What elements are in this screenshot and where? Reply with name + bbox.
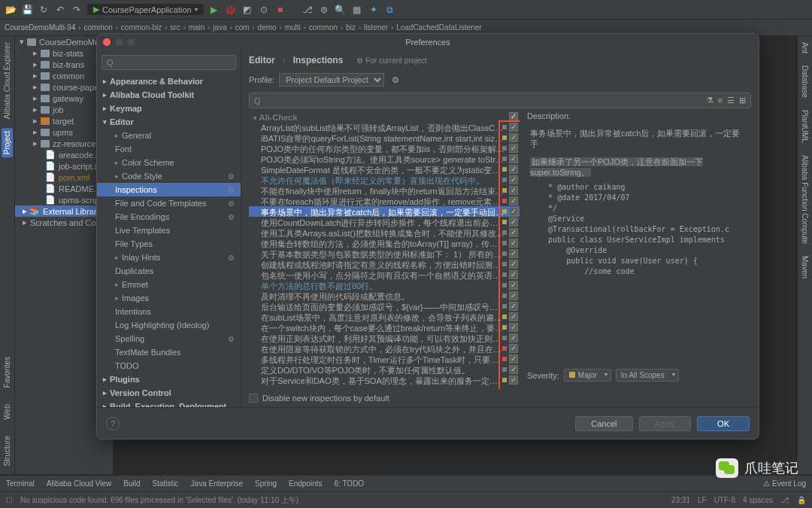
category-item[interactable]: TODO bbox=[97, 359, 241, 373]
category-item[interactable]: File and Code Templates⚙ bbox=[97, 196, 241, 210]
help-icon[interactable]: ? bbox=[106, 417, 120, 430]
checkbox[interactable] bbox=[509, 154, 518, 163]
inspection-item[interactable]: 不要在foreach循环里进行元素的remove/add操作，remove元素请… bbox=[249, 196, 520, 206]
checkbox[interactable] bbox=[509, 302, 518, 311]
bottom-tab[interactable]: Statistic bbox=[153, 479, 179, 488]
expand-icon[interactable]: ≡ bbox=[718, 96, 723, 105]
event-log-tab[interactable]: ⚠ Event Log bbox=[763, 479, 806, 488]
category-item[interactable]: Build, Execution, Deployment bbox=[97, 400, 241, 407]
debug-icon[interactable]: 🐞 bbox=[225, 4, 237, 16]
category-item[interactable]: Editor bbox=[97, 115, 241, 129]
inspection-item[interactable]: 单个方法的总行数不超过80行。 bbox=[249, 280, 520, 291]
filter-icon[interactable]: ⚗ bbox=[706, 96, 714, 105]
minimize-icon[interactable] bbox=[115, 38, 123, 46]
disable-new-checkbox[interactable] bbox=[249, 394, 258, 403]
stop-icon[interactable]: ■ bbox=[274, 4, 286, 16]
tool-tab-structure[interactable]: Structure bbox=[2, 433, 13, 470]
inspection-item[interactable]: 不允许任何魔法值（即未经定义的常量）直接出现在代码中。 bbox=[249, 175, 520, 185]
inspections-search[interactable]: Q ⚗ ≡ ☰ ⊞ bbox=[249, 93, 751, 108]
bottom-tab[interactable]: Endpoints bbox=[289, 479, 322, 488]
inspection-item[interactable]: 及时清理不再使用的代码段或配置信息。 bbox=[249, 291, 520, 301]
inspection-item[interactable]: 对于Service和DAO类，基于SOA的理念，暴露出来的服务一定是接口，内 bbox=[249, 375, 520, 385]
target-icon[interactable]: ⊚ bbox=[318, 4, 330, 16]
tool-tab-web[interactable]: Web bbox=[2, 401, 13, 422]
indent[interactable]: 4 spaces bbox=[743, 496, 773, 504]
inspection-item[interactable]: SimpleDateFormat 是线程不安全的类，一般不要定义为static变… bbox=[249, 164, 520, 175]
breadcrumb-item[interactable]: common-biz bbox=[121, 23, 162, 32]
checkbox[interactable] bbox=[509, 112, 518, 121]
maximize-icon[interactable] bbox=[127, 38, 135, 46]
refresh-icon[interactable]: ↻ bbox=[38, 4, 50, 16]
run-config-dropdown[interactable]: ▶ CoursePaperApplication ▾ bbox=[87, 4, 204, 15]
bottom-tab[interactable]: Alibaba Cloud View bbox=[47, 479, 112, 488]
inspection-item[interactable]: 后台输送给页面的变量必须加感叹号，${var}——中间加感叹号！。 bbox=[249, 301, 520, 312]
breadcrumb-item[interactable]: CourseDemoMulti-94 bbox=[5, 23, 75, 32]
checkbox[interactable] bbox=[509, 333, 518, 342]
cancel-button[interactable]: Cancel bbox=[575, 416, 632, 431]
checkbox[interactable] bbox=[509, 144, 518, 153]
category-item[interactable]: Font bbox=[97, 142, 241, 156]
git-icon[interactable]: ⎇ bbox=[780, 496, 789, 504]
breadcrumb-item[interactable]: multi bbox=[285, 23, 301, 32]
run-icon[interactable]: ▶ bbox=[208, 4, 220, 16]
breadcrumb-item[interactable]: LoadCachedDataListener bbox=[396, 23, 481, 32]
checkbox[interactable] bbox=[509, 323, 518, 332]
breadcrumb-item[interactable]: listener bbox=[364, 23, 388, 32]
ok-button[interactable]: OK bbox=[697, 416, 750, 431]
category-item[interactable]: ▸General bbox=[97, 129, 241, 142]
inspection-item[interactable]: POJO类必须写toString方法。使用工具类source> generate… bbox=[249, 154, 520, 164]
category-item[interactable]: File Types bbox=[97, 237, 241, 251]
checkbox[interactable] bbox=[509, 186, 518, 195]
ai-icon[interactable]: ✦ bbox=[368, 4, 380, 16]
category-item[interactable]: Log Highlighting (Ideolog) bbox=[97, 318, 241, 332]
tool-tab[interactable]: Ant bbox=[799, 39, 810, 56]
breadcrumb-item[interactable]: java bbox=[213, 23, 226, 32]
checkbox[interactable] bbox=[509, 175, 518, 184]
tool-tab-favorites[interactable]: Favorites bbox=[2, 354, 13, 391]
inspection-item[interactable]: ArrayList的subList结果不可强转成ArrayList，否则会抛出C… bbox=[249, 122, 520, 132]
layout-icon[interactable]: ▦ bbox=[351, 4, 363, 16]
category-item[interactable]: ▸Emmet bbox=[97, 278, 241, 291]
checkbox[interactable] bbox=[509, 281, 518, 290]
checkbox[interactable] bbox=[509, 123, 518, 132]
category-item[interactable]: Intentions bbox=[97, 305, 241, 318]
checkbox[interactable] bbox=[509, 344, 518, 353]
open-icon[interactable]: 📂 bbox=[5, 4, 17, 16]
category-item[interactable]: Inspections⚙ bbox=[97, 183, 241, 196]
category-item[interactable]: ▸Code Style⚙ bbox=[97, 169, 241, 183]
category-item[interactable]: ▸Inlay Hints⚙ bbox=[97, 251, 241, 264]
category-item[interactable]: Duplicates bbox=[97, 264, 241, 278]
checkbox[interactable] bbox=[509, 239, 518, 248]
category-item[interactable]: Appearance & Behavior bbox=[97, 75, 241, 88]
inspections-list[interactable]: Ali-Check ArrayList的subList结果不可强转成ArrayL… bbox=[241, 111, 520, 389]
apply-button[interactable]: Apply bbox=[639, 416, 692, 431]
checkbox[interactable] bbox=[509, 196, 518, 205]
category-item[interactable]: ▸Images bbox=[97, 291, 241, 305]
checkbox[interactable] bbox=[509, 228, 518, 237]
inspection-item[interactable]: iBATIS自带的queryForList(String statementNa… bbox=[249, 132, 520, 143]
save-icon[interactable]: 💾 bbox=[21, 4, 33, 16]
inspection-item[interactable]: 事务场景中，抛出异常被catch后，如果需要回滚，一定要手动回滚事务。 bbox=[249, 206, 520, 217]
inspection-item[interactable]: 使用集合转数组的方法，必须使用集合的toArray(T[] array)，传入的… bbox=[249, 238, 520, 248]
bottom-tab[interactable]: 6: TODO bbox=[334, 479, 364, 488]
checkbox[interactable] bbox=[509, 354, 518, 364]
inspection-item[interactable]: 在一个switch块内，每个case要么通过break/return等来终止，要… bbox=[249, 322, 520, 333]
inspection-item[interactable]: POJO类中的任何布尔类型的变量，都不要加is，否则部分框架解析会引起 bbox=[249, 143, 520, 154]
settings-search[interactable]: Q bbox=[102, 55, 236, 70]
category-item[interactable]: Version Control bbox=[97, 386, 241, 400]
inspection-item[interactable]: 在使用正则表达式时，利用好其预编译功能，可以有效加快正则匹配速度。 bbox=[249, 333, 520, 343]
bottom-tab[interactable]: Java Enterprise bbox=[191, 479, 243, 488]
cursor-position[interactable]: 23:31 bbox=[671, 496, 690, 504]
category-item[interactable]: Alibaba Cloud Toolkit bbox=[97, 88, 241, 102]
inspection-item[interactable]: 在使用阻塞等待获取锁的方式中，必须在try代码块之外，并且在加锁方法 bbox=[249, 343, 520, 354]
category-item[interactable]: Live Templates bbox=[97, 224, 241, 237]
tool-tab[interactable]: Alibaba Function Compute bbox=[799, 152, 810, 247]
line-ending[interactable]: LF bbox=[698, 496, 707, 504]
breadcrumb-item[interactable]: main bbox=[189, 23, 205, 32]
gear-icon[interactable]: ⚙ bbox=[392, 75, 399, 85]
tool-tab-project[interactable]: Project bbox=[2, 128, 13, 157]
checkbox[interactable] bbox=[509, 165, 518, 174]
checkbox[interactable] bbox=[509, 365, 518, 374]
inspection-item[interactable]: 包名统一使用小写，点分隔符之间有且仅有一个自然语义的英语单词。包名 bbox=[249, 269, 520, 280]
breadcrumb-item[interactable]: com bbox=[235, 23, 250, 32]
